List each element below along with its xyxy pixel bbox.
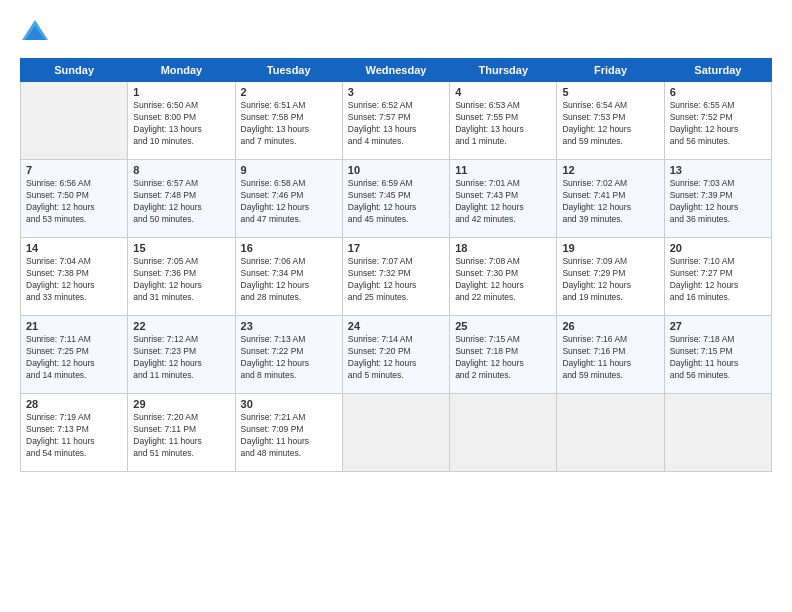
day-info: Sunrise: 7:04 AM Sunset: 7:38 PM Dayligh…	[26, 256, 122, 304]
day-number: 6	[670, 86, 766, 98]
day-cell: 7Sunrise: 6:56 AM Sunset: 7:50 PM Daylig…	[21, 160, 128, 238]
day-info: Sunrise: 7:21 AM Sunset: 7:09 PM Dayligh…	[241, 412, 337, 460]
day-number: 21	[26, 320, 122, 332]
week-row-4: 21Sunrise: 7:11 AM Sunset: 7:25 PM Dayli…	[21, 316, 772, 394]
day-cell	[21, 82, 128, 160]
day-info: Sunrise: 6:56 AM Sunset: 7:50 PM Dayligh…	[26, 178, 122, 226]
day-info: Sunrise: 7:10 AM Sunset: 7:27 PM Dayligh…	[670, 256, 766, 304]
day-number: 25	[455, 320, 551, 332]
day-number: 12	[562, 164, 658, 176]
weekday-header-thursday: Thursday	[450, 59, 557, 82]
day-cell: 28Sunrise: 7:19 AM Sunset: 7:13 PM Dayli…	[21, 394, 128, 472]
calendar-body: 1Sunrise: 6:50 AM Sunset: 8:00 PM Daylig…	[21, 82, 772, 472]
day-cell: 9Sunrise: 6:58 AM Sunset: 7:46 PM Daylig…	[235, 160, 342, 238]
day-cell	[664, 394, 771, 472]
day-number: 10	[348, 164, 444, 176]
day-number: 19	[562, 242, 658, 254]
day-number: 23	[241, 320, 337, 332]
day-number: 8	[133, 164, 229, 176]
day-info: Sunrise: 7:18 AM Sunset: 7:15 PM Dayligh…	[670, 334, 766, 382]
day-number: 29	[133, 398, 229, 410]
logo	[20, 18, 54, 48]
day-number: 13	[670, 164, 766, 176]
weekday-header-saturday: Saturday	[664, 59, 771, 82]
day-info: Sunrise: 7:14 AM Sunset: 7:20 PM Dayligh…	[348, 334, 444, 382]
weekday-header-wednesday: Wednesday	[342, 59, 449, 82]
day-number: 1	[133, 86, 229, 98]
day-info: Sunrise: 7:20 AM Sunset: 7:11 PM Dayligh…	[133, 412, 229, 460]
day-cell: 5Sunrise: 6:54 AM Sunset: 7:53 PM Daylig…	[557, 82, 664, 160]
day-info: Sunrise: 7:08 AM Sunset: 7:30 PM Dayligh…	[455, 256, 551, 304]
day-info: Sunrise: 7:02 AM Sunset: 7:41 PM Dayligh…	[562, 178, 658, 226]
day-info: Sunrise: 7:05 AM Sunset: 7:36 PM Dayligh…	[133, 256, 229, 304]
day-cell: 11Sunrise: 7:01 AM Sunset: 7:43 PM Dayli…	[450, 160, 557, 238]
day-cell: 27Sunrise: 7:18 AM Sunset: 7:15 PM Dayli…	[664, 316, 771, 394]
day-number: 27	[670, 320, 766, 332]
day-info: Sunrise: 7:13 AM Sunset: 7:22 PM Dayligh…	[241, 334, 337, 382]
day-cell: 1Sunrise: 6:50 AM Sunset: 8:00 PM Daylig…	[128, 82, 235, 160]
day-cell: 6Sunrise: 6:55 AM Sunset: 7:52 PM Daylig…	[664, 82, 771, 160]
weekday-header-row: SundayMondayTuesdayWednesdayThursdayFrid…	[21, 59, 772, 82]
week-row-2: 7Sunrise: 6:56 AM Sunset: 7:50 PM Daylig…	[21, 160, 772, 238]
week-row-1: 1Sunrise: 6:50 AM Sunset: 8:00 PM Daylig…	[21, 82, 772, 160]
day-info: Sunrise: 6:57 AM Sunset: 7:48 PM Dayligh…	[133, 178, 229, 226]
day-cell: 24Sunrise: 7:14 AM Sunset: 7:20 PM Dayli…	[342, 316, 449, 394]
day-cell: 21Sunrise: 7:11 AM Sunset: 7:25 PM Dayli…	[21, 316, 128, 394]
day-number: 15	[133, 242, 229, 254]
day-number: 17	[348, 242, 444, 254]
day-cell: 17Sunrise: 7:07 AM Sunset: 7:32 PM Dayli…	[342, 238, 449, 316]
day-number: 14	[26, 242, 122, 254]
day-cell: 12Sunrise: 7:02 AM Sunset: 7:41 PM Dayli…	[557, 160, 664, 238]
day-cell: 26Sunrise: 7:16 AM Sunset: 7:16 PM Dayli…	[557, 316, 664, 394]
day-number: 2	[241, 86, 337, 98]
day-info: Sunrise: 7:16 AM Sunset: 7:16 PM Dayligh…	[562, 334, 658, 382]
day-cell: 14Sunrise: 7:04 AM Sunset: 7:38 PM Dayli…	[21, 238, 128, 316]
day-cell: 19Sunrise: 7:09 AM Sunset: 7:29 PM Dayli…	[557, 238, 664, 316]
calendar-table: SundayMondayTuesdayWednesdayThursdayFrid…	[20, 58, 772, 472]
day-cell: 23Sunrise: 7:13 AM Sunset: 7:22 PM Dayli…	[235, 316, 342, 394]
day-info: Sunrise: 7:07 AM Sunset: 7:32 PM Dayligh…	[348, 256, 444, 304]
day-number: 3	[348, 86, 444, 98]
day-cell: 4Sunrise: 6:53 AM Sunset: 7:55 PM Daylig…	[450, 82, 557, 160]
day-cell: 16Sunrise: 7:06 AM Sunset: 7:34 PM Dayli…	[235, 238, 342, 316]
day-number: 28	[26, 398, 122, 410]
day-info: Sunrise: 7:19 AM Sunset: 7:13 PM Dayligh…	[26, 412, 122, 460]
day-cell: 8Sunrise: 6:57 AM Sunset: 7:48 PM Daylig…	[128, 160, 235, 238]
calendar-header: SundayMondayTuesdayWednesdayThursdayFrid…	[21, 59, 772, 82]
calendar-page: SundayMondayTuesdayWednesdayThursdayFrid…	[0, 0, 792, 612]
week-row-3: 14Sunrise: 7:04 AM Sunset: 7:38 PM Dayli…	[21, 238, 772, 316]
day-info: Sunrise: 6:50 AM Sunset: 8:00 PM Dayligh…	[133, 100, 229, 148]
day-number: 24	[348, 320, 444, 332]
day-info: Sunrise: 6:53 AM Sunset: 7:55 PM Dayligh…	[455, 100, 551, 148]
day-number: 20	[670, 242, 766, 254]
logo-icon	[20, 18, 50, 48]
day-cell: 13Sunrise: 7:03 AM Sunset: 7:39 PM Dayli…	[664, 160, 771, 238]
day-cell: 25Sunrise: 7:15 AM Sunset: 7:18 PM Dayli…	[450, 316, 557, 394]
day-cell	[342, 394, 449, 472]
weekday-header-sunday: Sunday	[21, 59, 128, 82]
day-cell: 2Sunrise: 6:51 AM Sunset: 7:58 PM Daylig…	[235, 82, 342, 160]
day-cell: 30Sunrise: 7:21 AM Sunset: 7:09 PM Dayli…	[235, 394, 342, 472]
day-cell: 20Sunrise: 7:10 AM Sunset: 7:27 PM Dayli…	[664, 238, 771, 316]
day-info: Sunrise: 7:12 AM Sunset: 7:23 PM Dayligh…	[133, 334, 229, 382]
day-info: Sunrise: 6:51 AM Sunset: 7:58 PM Dayligh…	[241, 100, 337, 148]
day-info: Sunrise: 6:58 AM Sunset: 7:46 PM Dayligh…	[241, 178, 337, 226]
day-number: 18	[455, 242, 551, 254]
day-number: 9	[241, 164, 337, 176]
day-cell: 29Sunrise: 7:20 AM Sunset: 7:11 PM Dayli…	[128, 394, 235, 472]
day-cell	[450, 394, 557, 472]
day-cell: 18Sunrise: 7:08 AM Sunset: 7:30 PM Dayli…	[450, 238, 557, 316]
day-cell: 15Sunrise: 7:05 AM Sunset: 7:36 PM Dayli…	[128, 238, 235, 316]
day-info: Sunrise: 7:03 AM Sunset: 7:39 PM Dayligh…	[670, 178, 766, 226]
day-info: Sunrise: 6:55 AM Sunset: 7:52 PM Dayligh…	[670, 100, 766, 148]
day-number: 5	[562, 86, 658, 98]
weekday-header-monday: Monday	[128, 59, 235, 82]
day-number: 22	[133, 320, 229, 332]
day-number: 30	[241, 398, 337, 410]
week-row-5: 28Sunrise: 7:19 AM Sunset: 7:13 PM Dayli…	[21, 394, 772, 472]
day-info: Sunrise: 7:15 AM Sunset: 7:18 PM Dayligh…	[455, 334, 551, 382]
day-cell: 22Sunrise: 7:12 AM Sunset: 7:23 PM Dayli…	[128, 316, 235, 394]
weekday-header-tuesday: Tuesday	[235, 59, 342, 82]
day-info: Sunrise: 7:09 AM Sunset: 7:29 PM Dayligh…	[562, 256, 658, 304]
day-cell	[557, 394, 664, 472]
